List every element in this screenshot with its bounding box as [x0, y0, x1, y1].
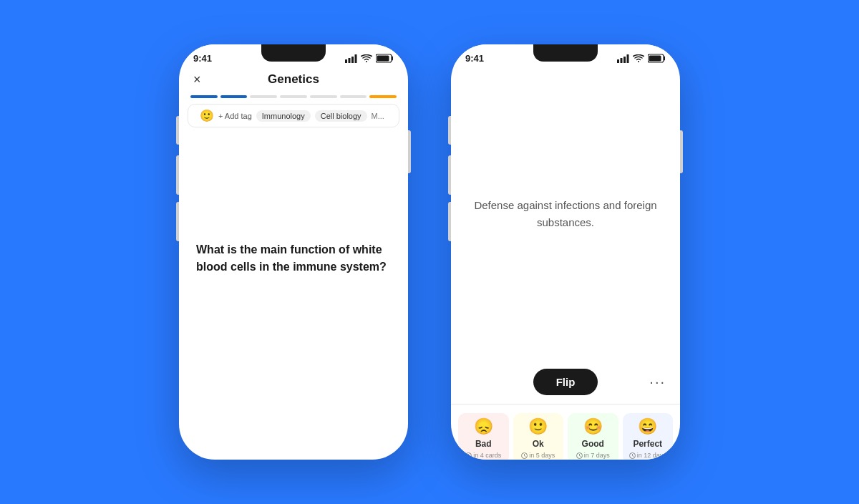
- svg-rect-8: [623, 57, 626, 63]
- clock-icon-bad: [465, 452, 472, 459]
- card-answer-area: Defense against infections and foreign s…: [451, 67, 680, 362]
- phone2-power-button: [680, 130, 683, 173]
- phone1-vol-up-button: [176, 155, 179, 195]
- perfect-sub: in 12 days: [629, 452, 666, 459]
- status-time-2: 9:41: [465, 53, 484, 64]
- phone2-content: Defense against infections and foreign s…: [451, 67, 680, 460]
- perfect-emoji: 😄: [638, 417, 657, 436]
- clock-icon-ok: [521, 452, 528, 459]
- progress-seg-7: [369, 95, 397, 98]
- rating-row: 😞 Bad in 4 cards 🙂 Ok in 5 days: [451, 407, 680, 460]
- tag-immunology[interactable]: Immunology: [256, 110, 311, 122]
- phone2: 9:41: [451, 44, 680, 460]
- signal-icon: [345, 54, 357, 63]
- notch1: [251, 44, 336, 64]
- clock-icon-good: [576, 452, 583, 459]
- ok-emoji: 🙂: [528, 417, 548, 436]
- battery-icon: [376, 54, 394, 63]
- notch2: [523, 44, 608, 64]
- svg-rect-11: [649, 56, 661, 62]
- tag-cell-biology[interactable]: Cell biology: [315, 110, 367, 122]
- signal-icon-2: [617, 54, 629, 63]
- phone2-vol-down-button: [448, 202, 451, 241]
- card-set-title: Genetics: [268, 72, 319, 87]
- notch-inner1: [261, 44, 326, 62]
- phone1-outer: 9:41: [179, 44, 408, 460]
- phone1-silent-button: [176, 116, 179, 145]
- perfect-label: Perfect: [633, 439, 662, 449]
- flip-row: Flip ···: [451, 362, 680, 401]
- progress-seg-1: [190, 95, 218, 98]
- wifi-icon: [361, 54, 372, 63]
- progress-seg-3: [250, 95, 277, 98]
- good-emoji: 😊: [583, 417, 603, 436]
- wifi-icon-2: [633, 54, 644, 63]
- card-question-text: What is the main function of white blood…: [196, 241, 391, 276]
- emoji-tag-icon: 🙂: [200, 109, 214, 122]
- phone1-header: × Genetics: [179, 67, 408, 89]
- status-time-1: 9:41: [193, 53, 212, 64]
- svg-rect-6: [617, 59, 619, 63]
- rating-good-button[interactable]: 😊 Good in 7 days: [568, 413, 618, 460]
- phone1-power-button: [408, 130, 411, 173]
- ok-sub: in 5 days: [521, 452, 555, 459]
- more-options-button[interactable]: ···: [649, 374, 666, 390]
- status-icons-1: [345, 54, 394, 63]
- bad-emoji: 😞: [474, 417, 493, 436]
- svg-rect-9: [627, 54, 629, 63]
- bad-sub: in 4 cards: [465, 452, 501, 459]
- battery-icon-2: [648, 54, 666, 63]
- phone2-outer: 9:41: [451, 44, 680, 460]
- card-question-area: What is the main function of white blood…: [179, 133, 408, 384]
- progress-seg-6: [340, 95, 367, 98]
- svg-rect-0: [345, 59, 347, 63]
- notch-inner2: [533, 44, 598, 62]
- card-answer-text: Defense against infections and foreign s…: [468, 197, 663, 231]
- good-sub: in 7 days: [576, 452, 610, 459]
- svg-point-12: [466, 452, 472, 458]
- phone1-vol-down-button: [176, 202, 179, 241]
- rating-bad-button[interactable]: 😞 Bad in 4 cards: [458, 413, 509, 460]
- rating-perfect-button[interactable]: 😄 Perfect in 12 days: [623, 413, 674, 460]
- clock-icon-perfect: [629, 452, 636, 459]
- svg-rect-7: [621, 58, 623, 63]
- rating-ok-button[interactable]: 🙂 Ok in 5 days: [513, 413, 564, 460]
- svg-rect-2: [351, 57, 354, 63]
- progress-seg-4: [280, 95, 307, 98]
- svg-rect-3: [355, 54, 357, 63]
- card-divider: [451, 404, 680, 404]
- bad-label: Bad: [475, 439, 492, 449]
- svg-rect-1: [349, 58, 351, 63]
- svg-rect-5: [377, 56, 389, 62]
- tags-row[interactable]: 🙂 + Add tag Immunology Cell biology M...: [188, 104, 399, 127]
- phone2-vol-up-button: [448, 155, 451, 195]
- add-tag-button[interactable]: + Add tag: [218, 112, 252, 120]
- progress-seg-2: [220, 95, 248, 98]
- phone2-silent-button: [448, 116, 451, 145]
- tag-more: M...: [372, 112, 384, 120]
- flip-button[interactable]: Flip: [533, 369, 598, 395]
- close-button[interactable]: ×: [193, 72, 201, 87]
- progress-seg-5: [310, 95, 337, 98]
- phone1: 9:41: [179, 44, 408, 460]
- ok-label: Ok: [533, 439, 544, 449]
- status-icons-2: [617, 54, 666, 63]
- progress-bar: [179, 89, 408, 104]
- good-label: Good: [582, 439, 604, 449]
